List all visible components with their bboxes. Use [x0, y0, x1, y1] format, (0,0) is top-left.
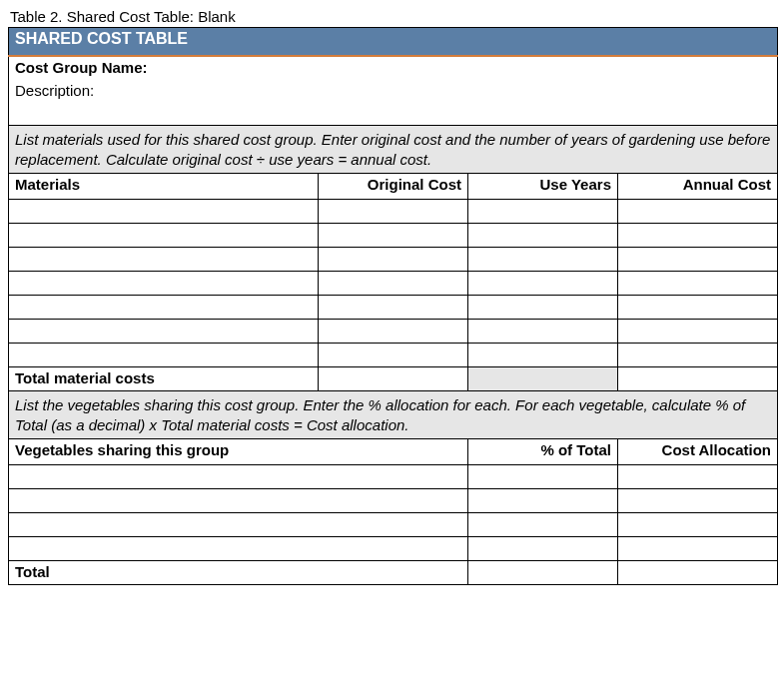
pct-total-col-header: % of Total [468, 439, 618, 465]
total-label: Total [9, 561, 468, 585]
description-label: Description: [9, 80, 778, 126]
cost-allocation-col-header: Cost Allocation [618, 439, 778, 465]
use-years-col-header: Use Years [468, 174, 618, 200]
materials-row [9, 224, 778, 248]
materials-name-cell [9, 248, 319, 272]
total-pct [468, 561, 618, 585]
materials-original-cost-cell [319, 320, 468, 344]
materials-name-cell [9, 272, 319, 296]
vegetable-pct-cell [468, 513, 618, 537]
vegetable-alloc-cell [618, 465, 778, 489]
materials-annual-cost-cell [618, 344, 778, 367]
header-bar: SHARED COST TABLE [9, 28, 778, 56]
total-alloc [618, 561, 778, 585]
materials-annual-cost-cell [618, 200, 778, 224]
materials-annual-cost-cell [618, 272, 778, 296]
total-original-cost [319, 367, 468, 391]
vegetable-name-cell [9, 489, 468, 513]
total-use-years-shaded [468, 367, 618, 391]
vegetable-pct-cell [468, 465, 618, 489]
annual-cost-col-header: Annual Cost [618, 174, 778, 200]
vegetables-subtable: Vegetables sharing this group % of Total… [8, 438, 778, 585]
original-cost-col-header: Original Cost [319, 174, 468, 200]
vegetables-row [9, 537, 778, 561]
vegetable-name-cell [9, 513, 468, 537]
vegetables-row [9, 489, 778, 513]
materials-col-header: Materials [9, 174, 319, 200]
materials-use-years-cell [468, 320, 618, 344]
materials-name-cell [9, 344, 319, 367]
materials-original-cost-cell [319, 224, 468, 248]
materials-original-cost-cell [319, 248, 468, 272]
vegetable-alloc-cell [618, 537, 778, 561]
materials-annual-cost-cell [618, 248, 778, 272]
materials-use-years-cell [468, 344, 618, 367]
materials-name-cell [9, 320, 319, 344]
materials-row [9, 320, 778, 344]
materials-instruction: List materials used for this shared cost… [9, 126, 778, 174]
vegetable-name-cell [9, 537, 468, 561]
materials-use-years-cell [468, 296, 618, 320]
table-caption: Table 2. Shared Cost Table: Blank [10, 8, 776, 25]
materials-name-cell [9, 296, 319, 320]
cost-group-name-label: Cost Group Name: [9, 56, 778, 80]
materials-annual-cost-cell [618, 224, 778, 248]
materials-use-years-cell [468, 272, 618, 296]
materials-row [9, 344, 778, 367]
total-annual-cost [618, 367, 778, 391]
materials-use-years-cell [468, 248, 618, 272]
materials-row [9, 200, 778, 224]
shared-cost-table: SHARED COST TABLE Cost Group Name: Descr… [8, 27, 778, 439]
materials-original-cost-cell [319, 272, 468, 296]
materials-row [9, 248, 778, 272]
vegetable-pct-cell [468, 537, 618, 561]
materials-use-years-cell [468, 224, 618, 248]
materials-row [9, 272, 778, 296]
materials-name-cell [9, 224, 319, 248]
vegetables-instruction: List the vegetables sharing this cost gr… [9, 391, 778, 439]
materials-original-cost-cell [319, 296, 468, 320]
vegetable-pct-cell [468, 489, 618, 513]
vegetables-row [9, 513, 778, 537]
vegetable-alloc-cell [618, 489, 778, 513]
total-material-costs-label: Total material costs [9, 367, 319, 391]
materials-use-years-cell [468, 200, 618, 224]
vegetables-col-header: Vegetables sharing this group [9, 439, 468, 465]
materials-name-cell [9, 200, 319, 224]
materials-annual-cost-cell [618, 320, 778, 344]
vegetable-alloc-cell [618, 513, 778, 537]
vegetables-row [9, 465, 778, 489]
vegetable-name-cell [9, 465, 468, 489]
materials-original-cost-cell [319, 344, 468, 367]
materials-original-cost-cell [319, 200, 468, 224]
materials-annual-cost-cell [618, 296, 778, 320]
materials-row [9, 296, 778, 320]
